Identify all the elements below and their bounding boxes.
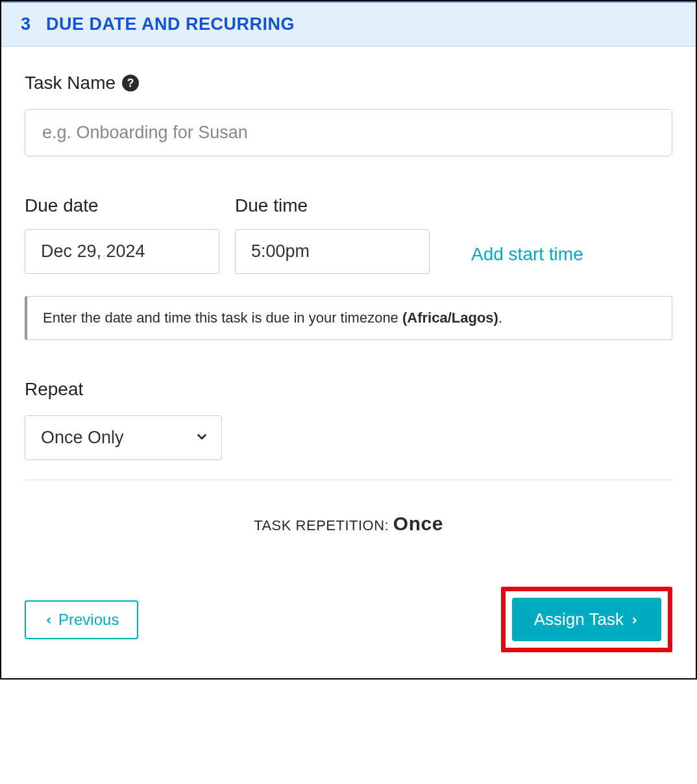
- section-header: 3 DUE DATE AND RECURRING: [1, 1, 696, 47]
- task-name-group: Task Name ?: [25, 73, 672, 156]
- repeat-group: Repeat: [25, 379, 672, 460]
- due-date-input[interactable]: [25, 229, 219, 274]
- timezone-info-prefix: Enter the date and time this task is due…: [43, 310, 402, 326]
- timezone-info: Enter the date and time this task is due…: [25, 296, 672, 340]
- task-name-label: Task Name ?: [25, 73, 672, 93]
- action-row: Previous Assign Task: [25, 587, 672, 659]
- assign-task-button[interactable]: Assign Task: [512, 598, 661, 641]
- chevron-left-icon: [44, 611, 53, 629]
- step-number: 3: [21, 14, 31, 34]
- add-start-time-link[interactable]: Add start time: [471, 244, 583, 265]
- previous-button[interactable]: Previous: [25, 600, 138, 639]
- assign-highlight: Assign Task: [501, 587, 672, 652]
- timezone-value: (Africa/Lagos): [402, 310, 498, 326]
- due-date-col: Due date: [25, 195, 219, 274]
- repeat-select[interactable]: [25, 415, 222, 460]
- divider: [25, 480, 672, 480]
- due-time-input[interactable]: [235, 229, 430, 274]
- repetition-label: TASK REPETITION:: [254, 517, 393, 533]
- task-name-label-text: Task Name: [25, 73, 116, 93]
- due-time-col: Due time: [235, 195, 430, 274]
- repetition-value: Once: [393, 513, 443, 534]
- assign-task-button-label: Assign Task: [534, 609, 624, 630]
- section-title: DUE DATE AND RECURRING: [46, 14, 295, 34]
- repeat-select-wrap[interactable]: [25, 415, 222, 460]
- form-content: Task Name ? Due date Due time Add start …: [1, 47, 696, 678]
- task-name-input[interactable]: [25, 109, 672, 156]
- repetition-summary: TASK REPETITION: Once: [25, 513, 672, 535]
- chevron-right-icon: [630, 609, 639, 630]
- repeat-label: Repeat: [25, 379, 672, 400]
- previous-button-label: Previous: [58, 611, 119, 629]
- due-date-row: Due date Due time Add start time: [25, 195, 672, 274]
- due-time-label: Due time: [235, 195, 430, 216]
- due-date-label: Due date: [25, 195, 219, 216]
- timezone-info-suffix: .: [498, 310, 502, 326]
- question-circle-icon[interactable]: ?: [122, 75, 139, 92]
